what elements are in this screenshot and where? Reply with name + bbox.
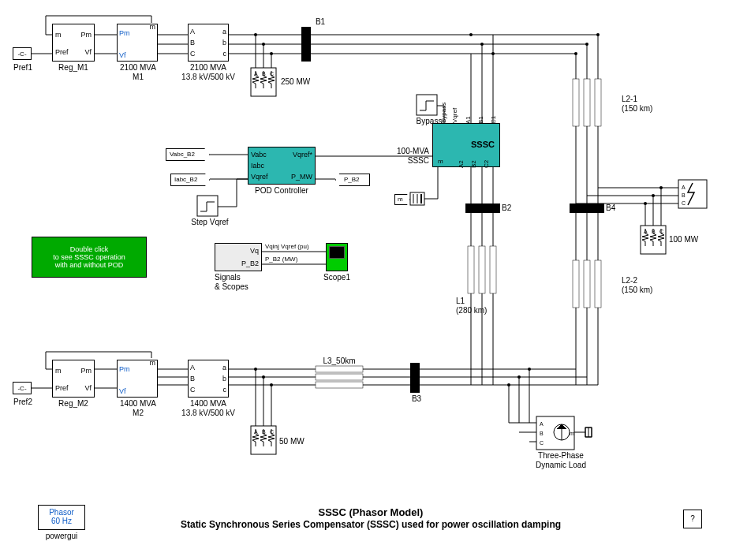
svg-rect-88 [316, 374, 363, 380]
svg-rect-93 [410, 363, 420, 393]
sssc-port-c2: C2 [483, 160, 490, 168]
vabc-text: Vabc_B2 [170, 151, 195, 158]
dynload-label-l1: Three-Phase [533, 451, 588, 461]
pb2-tag[interactable]: P_B2 [335, 174, 370, 186]
l1-label2: (280 km) [456, 306, 503, 315]
signals-block[interactable]: Vq P_B2 [215, 243, 262, 271]
vabc-tag[interactable]: Vabc_B2 [166, 148, 210, 161]
iabc-text: Iabc_B2 [174, 176, 197, 183]
sssc-port-a1: A1 [465, 116, 472, 124]
reg-m1-port-pref: Pref [55, 48, 69, 56]
svg-rect-83 [595, 79, 601, 126]
m2-port-m: m [150, 359, 156, 367]
l22-label1: L2-2 [622, 276, 669, 286]
m2-block[interactable]: Pm Vf m [117, 360, 158, 398]
powergui-block[interactable]: Phasor 60 Hz [38, 505, 85, 530]
iabc-tag[interactable]: Iabc_B2 [170, 174, 210, 186]
scope1-block[interactable] [326, 243, 348, 271]
svg-text:A: A [254, 71, 258, 77]
pb2-text: P_B2 [344, 176, 360, 183]
svg-rect-130 [251, 426, 276, 454]
m1-port-m: m [150, 23, 156, 31]
svg-point-111 [528, 368, 531, 371]
xfmr2-b: b [222, 375, 226, 383]
svg-rect-79 [479, 246, 485, 293]
svg-rect-85 [584, 260, 590, 308]
pod-port-pmw: P_MW [291, 173, 312, 181]
pref2-value: -C- [17, 385, 26, 392]
help-text: ? [690, 514, 695, 523]
xfmr1-C: C [190, 50, 196, 58]
svg-text:B: B [262, 429, 266, 435]
svg-point-96 [270, 52, 273, 55]
help-block[interactable]: ? [683, 510, 702, 528]
reg-m2-port-vf: Vf [84, 384, 92, 392]
sssc-cap2: SSSC [387, 156, 429, 166]
l22-label2: (150 km) [622, 286, 669, 295]
diagram-title: SSSC (Phasor Model) [126, 506, 615, 518]
bus-b4-label: B4 [606, 203, 622, 213]
svg-rect-87 [316, 366, 363, 372]
pref1-block[interactable]: -C- [13, 47, 32, 60]
reg-m2-block[interactable]: m Pref Pm Vf [52, 360, 95, 398]
svg-text:C: C [540, 440, 544, 446]
svg-rect-81 [573, 79, 579, 126]
svg-text:A: A [540, 421, 544, 427]
pg-name: powergui [38, 532, 85, 541]
sig-wire-2: P_B2 (MW) [265, 256, 328, 263]
pref2-block[interactable]: -C- [13, 382, 32, 394]
load2-label: 50 MW [279, 437, 319, 446]
pg-l2: 60 Hz [39, 517, 84, 525]
pref2-label: Pref2 [9, 398, 36, 407]
l21-label2: (150 km) [622, 104, 669, 114]
svg-rect-147 [678, 180, 707, 208]
m1-block[interactable]: Pm Vf m [117, 24, 158, 62]
reg-m1-port-vf: Vf [84, 48, 92, 56]
m1-label2: M1 [110, 73, 166, 82]
sssc-block[interactable]: Bypass Vqref A1 B1 C1 m A2 B2 C2 SSSC [432, 123, 500, 167]
pod-port-iabc: Iabc [251, 162, 264, 170]
pref1-value: -C- [17, 50, 26, 58]
dbl-l3: with and without POD [55, 261, 124, 269]
svg-rect-86 [595, 260, 601, 308]
m2-port-vf: Vf [119, 387, 126, 395]
diagram-subtitle: Static Synchronous Series Compensator (S… [126, 519, 615, 530]
svg-point-110 [517, 375, 521, 379]
svg-rect-151 [410, 192, 424, 205]
sssc-port-b2: B2 [470, 160, 477, 168]
svg-rect-140 [536, 416, 574, 450]
svg-text:C: C [270, 429, 274, 435]
xfmr1-label1: 2100 MVA [177, 63, 240, 73]
reg-m2-port-m: m [55, 367, 62, 375]
bus-b1-label: B1 [312, 17, 328, 27]
load1-label: 250 MW [281, 77, 320, 87]
m-tag[interactable]: m [394, 194, 410, 205]
xfmr2-A: A [190, 364, 195, 371]
m2-label1: 1400 MVA [110, 399, 166, 409]
reg-m1-block[interactable]: m Pref Pm Vf [52, 24, 95, 62]
pod-controller-block[interactable]: Vabc Iabc Vqref Vqref* P_MW [248, 147, 316, 185]
signals-port-pb2: P_B2 [241, 259, 259, 267]
svg-text:B: B [652, 229, 656, 234]
svg-rect-82 [584, 79, 590, 126]
svg-point-94 [254, 33, 257, 36]
svg-point-99 [491, 52, 495, 55]
pod-port-vqrefout: Vqref* [293, 151, 312, 159]
m1-port-pm: Pm [119, 29, 130, 37]
svg-text:C: C [659, 229, 663, 234]
svg-text:B: B [540, 431, 544, 436]
xfmr2-a: a [222, 364, 226, 371]
svg-rect-80 [490, 246, 496, 293]
dblclick-help-block[interactable]: Double click to see SSSC operation with … [32, 237, 147, 278]
xfmr1-block[interactable]: A B C a b c [188, 24, 229, 62]
svg-point-103 [644, 202, 647, 205]
reg-m1-label: Reg_M1 [52, 63, 95, 73]
sssc-port-vqref: Vqref [451, 108, 458, 123]
svg-text:A: A [254, 429, 258, 435]
svg-point-109 [507, 383, 510, 386]
bus-b3-label: B3 [409, 394, 424, 404]
sssc-cap1: 100-MVA [387, 147, 429, 156]
xfmr2-block[interactable]: A B C a b c [188, 360, 229, 398]
sig-wire-1: Vqinj Vqref (pu) [265, 243, 328, 250]
svg-point-95 [262, 43, 265, 46]
